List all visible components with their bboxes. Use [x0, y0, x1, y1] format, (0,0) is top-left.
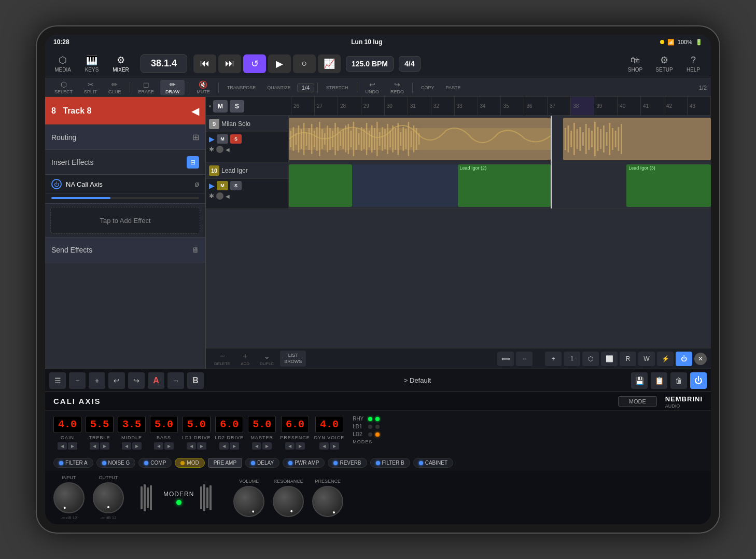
toolbar-help-btn[interactable]: ? HELP — [680, 51, 707, 76]
presence-dec-btn[interactable]: ◀ — [285, 442, 295, 450]
toolbar-keys-btn[interactable]: 🎹 KEYS — [78, 51, 105, 76]
select-range-btn[interactable]: ⬡ — [582, 352, 599, 366]
resonance-knob[interactable] — [273, 486, 304, 517]
a-btn[interactable]: A — [148, 372, 164, 389]
send-effects-header[interactable]: Send Effects 🖥 — [45, 237, 205, 262]
erase-btn[interactable]: ◻ ERASE — [133, 80, 160, 95]
split-btn[interactable]: ✂ SPLIT — [79, 80, 102, 95]
remove-btn[interactable]: − — [69, 372, 86, 389]
delete-plugin-btn[interactable]: 🗑 — [670, 372, 687, 389]
stretch-btn[interactable]: STRETCH — [321, 80, 354, 95]
track-clips-9[interactable] — [289, 116, 711, 162]
clip-10-2[interactable]: Lead Igor (2) — [458, 164, 551, 207]
effect-slider[interactable] — [51, 197, 199, 199]
plus-btn[interactable]: + — [545, 352, 562, 366]
lightning-btn[interactable]: ⚡ — [657, 352, 674, 366]
power-btn-blue[interactable]: ⏻ — [676, 352, 692, 366]
pre-amp-btn[interactable]: PRE AMP — [208, 458, 242, 468]
ld2-inc-btn[interactable]: ▶ — [230, 442, 239, 450]
add-btn[interactable]: + ADD — [236, 351, 254, 367]
gain-dec-btn[interactable]: ◀ — [58, 442, 67, 450]
reverb-btn[interactable]: REVERB — [328, 458, 367, 468]
toolbar-media-btn[interactable]: ⬡ MEDIA — [49, 51, 76, 76]
presence-inc-btn[interactable]: ▶ — [296, 442, 305, 450]
track-mute-10[interactable]: M — [217, 181, 228, 190]
master-inc-btn[interactable]: ▶ — [262, 442, 272, 450]
close-panel-btn[interactable]: ✕ — [694, 353, 707, 365]
volume-knob[interactable] — [233, 486, 264, 517]
bass-dec-btn[interactable]: ◀ — [154, 442, 163, 450]
add-plugin-btn[interactable]: + — [89, 372, 105, 389]
timesig-display[interactable]: 4/4 — [399, 56, 420, 72]
dyn-voice-inc-btn[interactable]: ▶ — [330, 442, 339, 450]
b-btn[interactable]: B — [187, 372, 204, 389]
clip-9-1[interactable] — [289, 118, 551, 160]
routing-section[interactable]: Routing ⊞ — [45, 125, 205, 150]
insert-effects-header[interactable]: Insert Effects ⊟ — [45, 150, 205, 175]
mod-btn[interactable]: MOD — [175, 458, 204, 468]
delay-btn[interactable]: DELAY — [245, 458, 279, 468]
paste-btn[interactable]: PASTE — [441, 80, 466, 95]
quant-value[interactable]: 1/4 — [297, 83, 314, 92]
menu-btn[interactable]: ☰ — [49, 372, 66, 389]
clip-10-3[interactable]: Lead Igor (3) — [626, 164, 711, 207]
rewind-btn[interactable]: ⏮ — [193, 54, 216, 73]
toolbar-setup-btn[interactable]: ⚙ SETUP — [651, 51, 678, 76]
toolbar-mixer-btn[interactable]: ⚙ MIXER — [107, 51, 134, 76]
arrow-plugin-btn[interactable]: → — [167, 372, 184, 389]
redo-btn[interactable]: ↪ REDO — [385, 80, 409, 95]
middle-inc-btn[interactable]: ▶ — [132, 442, 142, 450]
ld2-dec-btn[interactable]: ◀ — [219, 442, 229, 450]
record-btn[interactable]: ○ — [293, 54, 316, 73]
track-clips-10[interactable]: Lead Igor (2) Lead Igor (3) — [289, 162, 711, 208]
global-mute-btn[interactable]: M — [213, 100, 228, 113]
effect-power-btn[interactable]: ⏻ — [51, 179, 62, 189]
play-btn[interactable]: ▶ — [268, 54, 291, 73]
save-plugin-btn[interactable]: 💾 — [631, 372, 648, 389]
clip-10-1[interactable] — [289, 164, 352, 207]
num-btn[interactable]: 1 — [564, 352, 580, 366]
track-solo-10[interactable]: S — [230, 181, 242, 190]
record-arm-10[interactable] — [216, 192, 223, 200]
toolbar-shop-btn[interactable]: 🛍 SHOP — [622, 51, 649, 76]
effect-edit-icon[interactable]: ø — [194, 180, 199, 188]
bpm-display[interactable]: 125.0 BPM — [346, 56, 394, 72]
select-btn[interactable]: ⬡ SELECT — [49, 80, 78, 95]
glue-btn[interactable]: ✏ GLUE — [103, 80, 127, 95]
transpose-btn[interactable]: TRANSPOSE — [222, 80, 261, 95]
filter-b-btn[interactable]: FILTER B — [370, 458, 410, 468]
save-as-plugin-btn[interactable]: 📋 — [651, 372, 667, 389]
dyn-voice-dec-btn[interactable]: ◀ — [319, 442, 329, 450]
pwr-amp-btn[interactable]: PWR AMP — [283, 458, 325, 468]
cabinet-btn[interactable]: CABINET — [413, 458, 453, 468]
treble-dec-btn[interactable]: ◀ — [90, 442, 99, 450]
region-btn[interactable]: ⬜ — [601, 352, 618, 366]
mute-btn[interactable]: 🔇 MUTE — [191, 80, 215, 95]
undo-plugin-btn[interactable]: ↩ — [108, 372, 125, 389]
filter-a-btn[interactable]: FILTER A — [53, 458, 93, 468]
output-knob[interactable] — [93, 482, 124, 513]
plugin-mode-btn[interactable]: MODE — [618, 396, 657, 407]
copy-btn[interactable]: COPY — [416, 80, 440, 95]
bass-inc-btn[interactable]: ▶ — [164, 442, 174, 450]
ld1-inc-btn[interactable]: ▶ — [197, 442, 206, 450]
record-arm-9[interactable] — [216, 146, 223, 153]
delete-btn[interactable]: − DELETE — [210, 351, 234, 367]
draw-btn[interactable]: ✏ DRAW — [160, 80, 185, 95]
ld1-dec-btn[interactable]: ◀ — [187, 442, 196, 450]
redo-plugin-btn[interactable]: ↪ — [128, 372, 145, 389]
r-btn[interactable]: R — [620, 352, 636, 366]
comp-btn[interactable]: COMP — [138, 458, 172, 468]
automation-btn[interactable]: 📈 — [318, 54, 341, 73]
track-mute-9[interactable]: M — [217, 134, 228, 144]
pin-icon[interactable] — [209, 105, 211, 107]
clip-9-2[interactable] — [563, 118, 711, 160]
treble-inc-btn[interactable]: ▶ — [100, 442, 109, 450]
track-header[interactable]: 8 Track 8 ◀ — [45, 97, 205, 125]
quantize-btn[interactable]: QUANTIZE — [262, 80, 296, 95]
input-knob[interactable] — [53, 482, 85, 513]
track-play-10[interactable]: ▶ — [209, 181, 215, 190]
track-solo-9[interactable]: S — [230, 134, 242, 144]
list-brows-btn[interactable]: LISTBROWS — [280, 351, 306, 367]
loop-btn[interactable]: ↺ — [243, 54, 266, 73]
